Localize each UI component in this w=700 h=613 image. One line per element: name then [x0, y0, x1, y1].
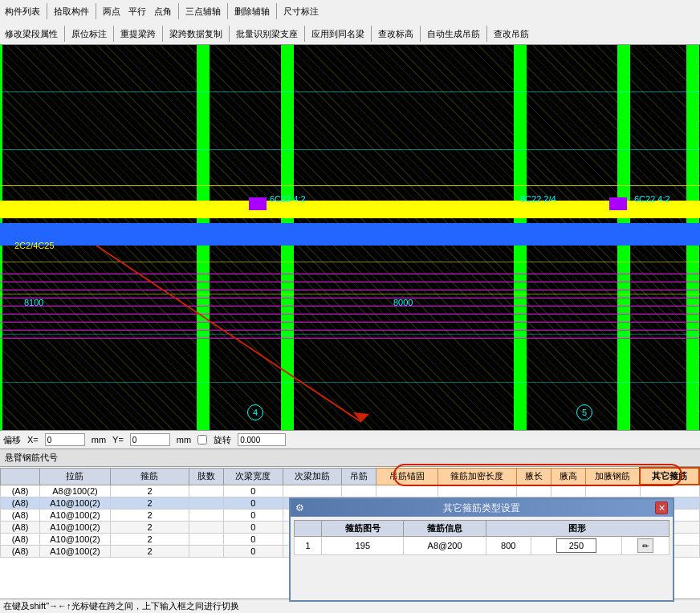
status-x-label: X=: [27, 435, 39, 445]
th-lajin: 拉筋: [40, 468, 111, 485]
td-col10-0: [551, 485, 585, 497]
rotate-checkbox[interactable]: [197, 435, 207, 445]
btn-three-point-aux[interactable]: 三点辅轴: [182, 5, 224, 18]
status-offset-label: 偏移: [3, 434, 21, 446]
btn-auto-hanger[interactable]: 自动生成吊筋: [424, 27, 483, 41]
btn-two-point[interactable]: 两点: [100, 5, 124, 18]
th-jiaye-steel: 加腋钢筋: [586, 468, 640, 485]
line-magenta-6: [0, 314, 700, 315]
td-col4-4: 0: [223, 533, 283, 545]
td-col8-0: [438, 485, 516, 497]
th-ciliang-width: 次梁宽度: [223, 468, 283, 485]
dialog-titlebar: ⚙ 其它箍筋类型设置 ✕: [291, 499, 673, 517]
grid-h-5-yellow: [0, 262, 700, 262]
btn-angle-point[interactable]: 点角: [151, 5, 175, 18]
status-x-input[interactable]: [45, 433, 85, 446]
btn-component-list[interactable]: 构件列表: [2, 5, 43, 18]
sep-13: [486, 26, 487, 42]
table-header-label: 悬臂钢筋代号: [5, 452, 58, 464]
dialog-td-info: A8@200: [404, 537, 486, 555]
td-col3-4: [189, 533, 224, 545]
btn-apply-same-beam[interactable]: 应用到同名梁: [308, 27, 368, 41]
td-col3-1: [189, 497, 224, 509]
btn-reextract-span[interactable]: 重提梁跨: [117, 27, 159, 41]
dialog-td-id: 195: [322, 537, 404, 555]
line-magenta-5: [0, 306, 700, 306]
td-col7-0: [376, 485, 438, 497]
toolbar-area: 构件列表 拾取构件 两点 平行 点角 三点辅轴 删除辅轴 尺寸标注 修改梁段属性…: [0, 0, 700, 45]
th-other-stirrup: 其它箍筋: [640, 468, 699, 485]
status-rotate-label: 旋转: [214, 434, 231, 446]
td-col11-0: [586, 485, 640, 497]
td-col0-1: (A8): [1, 497, 40, 509]
th-diaojin-maogui: 吊筋锚固: [376, 468, 438, 485]
td-col4-0: 0: [223, 485, 283, 497]
btn-check-hanger[interactable]: 查改吊筋: [490, 27, 532, 41]
grid-h-7: [0, 334, 700, 335]
td-col0-3: (A8): [1, 521, 40, 533]
dialog-table: 箍筋图号 箍筋信息 图形 1 195 A8@200 800 ✏: [294, 520, 669, 555]
sep-1: [47, 3, 47, 19]
sep-4: [227, 3, 228, 19]
cad-drawing[interactable]: 6C22 4:2 8C22 2/4 6C22 4:2 2C2/4C25 8100…: [0, 45, 700, 430]
td-col4-5: 0: [223, 545, 283, 557]
status-y-input[interactable]: [130, 433, 170, 446]
circle-num-4: 4: [247, 404, 263, 420]
dialog-height-input[interactable]: [556, 538, 596, 553]
td-col4-3: 0: [223, 521, 283, 533]
btn-annotate[interactable]: 原位标注: [68, 27, 110, 41]
elem-purple: [249, 197, 267, 210]
td-col6-0: [342, 485, 376, 497]
dialog-pencil-button[interactable]: ✏: [637, 538, 653, 553]
th-gujin: 箍筋: [110, 468, 189, 485]
toolbar-row-1: 构件列表 拾取构件 两点 平行 点角 三点辅轴 删除辅轴 尺寸标注: [0, 0, 700, 22]
circle-num-5: 5: [576, 404, 592, 420]
grid-h-6-yellow: [0, 294, 700, 294]
line-magenta-1: [0, 274, 700, 274]
td-col5-0: [283, 485, 342, 497]
td-col0-0: (A8): [1, 485, 40, 497]
status-rotate-input[interactable]: [238, 433, 286, 446]
grid-h-2: [0, 149, 700, 150]
btn-modify-beam[interactable]: 修改梁段属性: [2, 27, 61, 41]
sep-12: [420, 26, 421, 42]
td-col12-0: [640, 485, 699, 497]
annotation-6c22-1: 6C22 4:2: [270, 194, 306, 204]
annotation-6c22-2: 6C22 4:2: [634, 194, 670, 204]
btn-delete-aux[interactable]: 删除辅轴: [231, 5, 273, 18]
btn-dimension[interactable]: 尺寸标注: [280, 5, 322, 18]
elem-purple-2: [609, 197, 627, 210]
td-col2-1: 2: [110, 497, 189, 509]
btn-batch-identify[interactable]: 批量识别梁支座: [233, 27, 301, 41]
dim-8000: 8000: [393, 298, 413, 307]
dialog-th-num: [295, 521, 322, 537]
btn-pick-component[interactable]: 拾取构件: [51, 5, 92, 18]
td-col0-5: (A8): [1, 545, 40, 557]
toolbar-row-2: 修改梁段属性 原位标注 重提梁跨 梁跨数据复制 批量识别梁支座 应用到同名梁 查…: [0, 22, 700, 45]
sep-3: [178, 3, 179, 19]
status-y-unit: mm: [177, 435, 191, 445]
line-magenta-8: [0, 330, 700, 331]
td-col1-0: A8@100(2): [40, 485, 111, 497]
dialog-body: 1 195 A8@200 800 ✏: [295, 537, 669, 555]
dialog-content: 箍筋图号 箍筋信息 图形 1 195 A8@200 800 ✏: [291, 517, 673, 558]
th-0: [1, 468, 40, 485]
dialog-close-button[interactable]: ✕: [655, 501, 668, 514]
dialog-row-1: 1 195 A8@200 800 ✏: [295, 537, 669, 555]
td-col9-0: [517, 485, 551, 497]
grid-h-1: [0, 91, 700, 92]
dim-8100: 8100: [24, 298, 43, 307]
dialog-th-figure: 图形: [486, 521, 669, 537]
btn-copy-span-data[interactable]: 梁跨数据复制: [166, 27, 226, 41]
td-col1-3: A10@100(2): [40, 521, 111, 533]
table-header-bar: 悬臂钢筋代号: [0, 449, 700, 467]
dialog-td-height-input[interactable]: [531, 537, 621, 555]
table-row[interactable]: (A8) A8@100(2) 2 0: [1, 485, 700, 497]
line-magenta-4: [0, 298, 700, 298]
cad-canvas: 6C22 4:2 8C22 2/4 6C22 4:2 2C2/4C25 8100…: [0, 45, 700, 430]
dialog-header-row: 箍筋图号 箍筋信息 图形: [295, 521, 669, 537]
btn-check-elevation[interactable]: 查改标高: [375, 27, 417, 41]
dialog-td-icon-btn[interactable]: ✏: [621, 537, 669, 555]
th-yegao: 腋高: [551, 468, 585, 485]
btn-parallel[interactable]: 平行: [125, 5, 149, 18]
